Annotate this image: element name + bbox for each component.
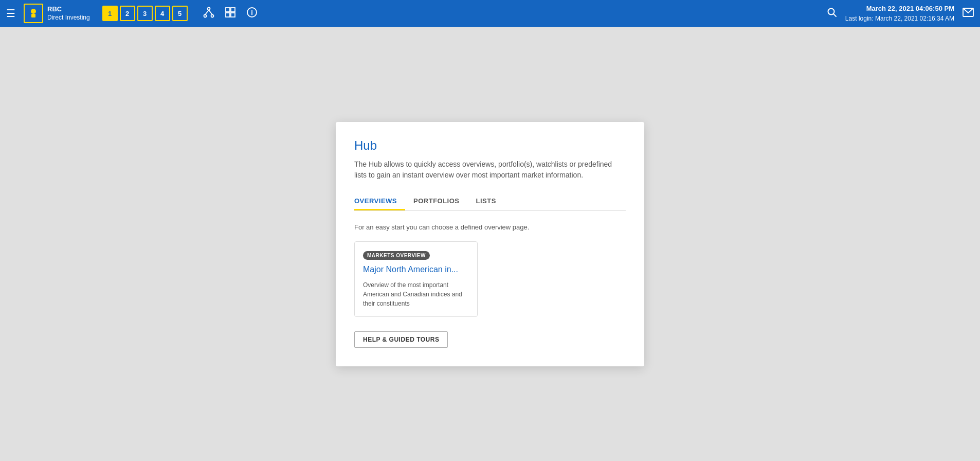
rbc-logo: RBC Direct Investing	[24, 4, 90, 23]
nav-left: ☰ RBC Direct Investing 1 2 3 4 5	[6, 4, 258, 23]
card-description: Overview of the most important American …	[363, 280, 469, 308]
nav-tabs: 1 2 3 4 5	[102, 6, 188, 21]
main-content: Hub The Hub allows to quickly access ove…	[0, 27, 980, 461]
hub-tabs: OVERVIEWS PORTFOLIOS LISTS	[354, 193, 626, 211]
nav-tab-5[interactable]: 5	[172, 6, 188, 21]
rbc-lion-icon	[27, 7, 40, 20]
navbar: ☰ RBC Direct Investing 1 2 3 4 5	[0, 0, 980, 27]
svg-point-2	[207, 7, 210, 10]
network-icon[interactable]	[203, 7, 214, 21]
tab-lists[interactable]: LISTS	[468, 193, 504, 210]
hub-description: The Hub allows to quickly access overvie…	[354, 159, 626, 181]
svg-point-4	[211, 14, 213, 17]
rbc-logo-box	[24, 4, 43, 23]
svg-point-3	[204, 14, 206, 17]
rbc-brand-text: RBC Direct Investing	[47, 5, 90, 22]
tab-overviews[interactable]: OVERVIEWS	[354, 193, 405, 210]
tab-portfolios[interactable]: PORTFOLIOS	[405, 193, 468, 210]
nav-datetime: March 22, 2021 04:06:50 PM Last login: M…	[845, 4, 954, 23]
nav-icons: i	[203, 7, 258, 21]
nav-right: March 22, 2021 04:06:50 PM Last login: M…	[827, 4, 974, 23]
svg-line-14	[833, 14, 836, 16]
svg-point-0	[31, 9, 36, 14]
envelope-icon[interactable]	[963, 8, 974, 20]
help-guided-tours-button[interactable]: HELP & GUIDED TOURS	[354, 331, 448, 348]
hub-title: Hub	[354, 138, 626, 153]
svg-text:i: i	[251, 9, 253, 16]
search-icon[interactable]	[827, 7, 837, 20]
svg-rect-7	[226, 8, 230, 12]
svg-rect-1	[31, 14, 35, 17]
nav-tab-4[interactable]: 4	[155, 6, 170, 21]
nav-tab-3[interactable]: 3	[137, 6, 153, 21]
svg-line-5	[205, 10, 209, 14]
card-title: Major North American in...	[363, 265, 469, 274]
overview-card[interactable]: MARKETS OVERVIEW Major North American in…	[354, 241, 478, 317]
svg-line-6	[209, 10, 212, 14]
svg-rect-8	[231, 8, 235, 12]
svg-rect-10	[231, 13, 235, 17]
hub-modal: Hub The Hub allows to quickly access ove…	[336, 122, 644, 366]
info-icon[interactable]: i	[246, 7, 258, 21]
crosshair-icon[interactable]	[225, 7, 236, 21]
tab-content-description: For an easy start you can choose a defin…	[354, 223, 626, 231]
nav-tab-2[interactable]: 2	[120, 6, 135, 21]
hamburger-icon[interactable]: ☰	[6, 7, 15, 20]
nav-tab-1[interactable]: 1	[102, 6, 118, 21]
card-badge: MARKETS OVERVIEW	[363, 251, 430, 260]
svg-rect-9	[226, 13, 230, 17]
